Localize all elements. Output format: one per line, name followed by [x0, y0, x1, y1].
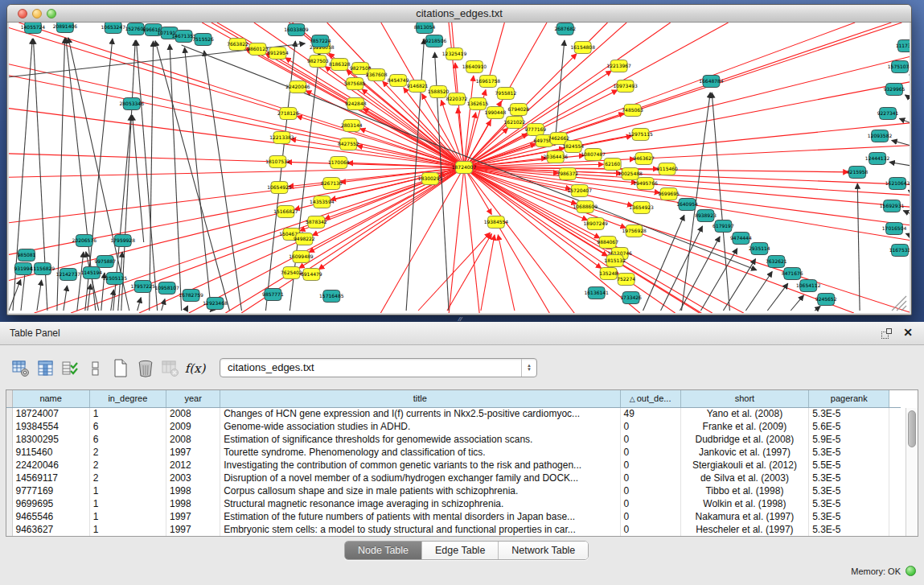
- table-cell[interactable]: 49: [620, 407, 680, 420]
- table-cell[interactable]: de Silva et al. (2003): [680, 472, 808, 484]
- table-cell[interactable]: 0: [620, 523, 680, 536]
- column-header-indegree[interactable]: in_degree: [89, 390, 166, 407]
- table-cell[interactable]: Tourette syndrome. Phenomenology and cla…: [220, 446, 620, 459]
- table-scrollbar[interactable]: [906, 408, 918, 536]
- column-header-pagerank[interactable]: pagerank: [809, 390, 889, 407]
- table-cell[interactable]: 6: [89, 420, 166, 433]
- table-cell[interactable]: Estimation of significance thresholds fo…: [220, 433, 620, 446]
- table-cell[interactable]: 2012: [166, 459, 220, 472]
- table-cell[interactable]: 1: [89, 497, 166, 510]
- close-window-button[interactable]: [18, 9, 27, 19]
- table-cell[interactable]: 0: [620, 420, 680, 433]
- network-view[interactable]: 1872400776638229860123891295425226058982…: [9, 23, 910, 313]
- table-cell[interactable]: 14569117: [12, 472, 89, 484]
- row-tools-button[interactable]: [84, 358, 106, 379]
- table-cell[interactable]: Corpus callosum shape and size in male p…: [220, 484, 620, 497]
- float-panel-icon[interactable]: [881, 328, 892, 339]
- table-row[interactable]: 946362711997Embryonic stem cells: a mode…: [6, 523, 901, 536]
- table-cell[interactable]: 22420046: [12, 459, 89, 472]
- table-cell[interactable]: Hescheler et al. (1997): [680, 523, 808, 536]
- table-cell[interactable]: 1: [89, 407, 166, 420]
- new-table-button[interactable]: [109, 358, 131, 379]
- table-cell[interactable]: Nakamura et al. (1997): [680, 510, 808, 523]
- column-header-outde[interactable]: △out_de...: [620, 390, 680, 407]
- table-row[interactable]: 1872400712008Changes of HCN gene express…: [6, 407, 901, 420]
- table-cell[interactable]: 9699695: [12, 497, 89, 510]
- table-cell[interactable]: 2008: [166, 433, 220, 446]
- tab-node-table[interactable]: Node Table: [345, 542, 422, 559]
- table-row[interactable]: 911546021997Tourette syndrome. Phenomeno…: [6, 446, 901, 459]
- function-builder-button[interactable]: f(x): [184, 358, 206, 379]
- table-cell[interactable]: 5.3E-5: [809, 523, 889, 536]
- close-panel-icon[interactable]: ✕: [903, 326, 913, 339]
- table-cell[interactable]: 1: [89, 484, 166, 497]
- window-resize-grip[interactable]: [892, 296, 906, 311]
- table-cell[interactable]: Franke et al. (2009): [680, 420, 808, 433]
- zoom-window-button[interactable]: [47, 9, 56, 19]
- table-cell[interactable]: 1998: [166, 484, 220, 497]
- table-row[interactable]: 946554611997Estimation of the future num…: [6, 510, 901, 523]
- table-cell[interactable]: 0: [620, 446, 680, 459]
- table-cell[interactable]: 9463627: [12, 523, 89, 536]
- tab-edge-table[interactable]: Edge Table: [422, 542, 499, 559]
- table-cell[interactable]: 5.3E-5: [809, 407, 889, 420]
- table-cell[interactable]: 1997: [166, 510, 220, 523]
- table-cell[interactable]: 2: [89, 459, 166, 472]
- panel-splitter-handle[interactable]: ⁄⁄: [455, 317, 466, 321]
- tab-network-table[interactable]: Network Table: [499, 542, 588, 559]
- table-cell[interactable]: 0: [620, 433, 680, 446]
- table-cell[interactable]: 2: [89, 472, 166, 484]
- table-cell[interactable]: 1997: [166, 446, 220, 459]
- table-row[interactable]: 977716911998Corpus callosum shape and si…: [6, 484, 901, 497]
- table-cell[interactable]: 9777169: [12, 484, 89, 497]
- table-cell[interactable]: 0: [620, 484, 680, 497]
- table-row[interactable]: 1456911722003Disruption of a novel membe…: [6, 472, 901, 484]
- table-cell[interactable]: Tibbo et al. (1998): [680, 484, 808, 497]
- table-cell[interactable]: 5.3E-5: [809, 497, 889, 510]
- table-cell[interactable]: 5.3E-5: [809, 472, 889, 484]
- table-cell[interactable]: 2009: [166, 420, 220, 433]
- table-cell[interactable]: 5.5E-5: [809, 459, 889, 472]
- column-header-name[interactable]: name: [12, 390, 89, 407]
- table-row[interactable]: 1938455462009Genome-wide association stu…: [6, 420, 901, 433]
- table-cell[interactable]: Wolkin et al. (1998): [680, 497, 808, 510]
- table-cell[interactable]: 5.3E-5: [809, 446, 889, 459]
- table-cell[interactable]: 1: [89, 510, 166, 523]
- table-cell[interactable]: 2: [89, 446, 166, 459]
- table-cell[interactable]: 18724007: [12, 407, 89, 420]
- show-columns-button[interactable]: [35, 358, 56, 379]
- table-cell[interactable]: Disruption of a novel member of a sodium…: [220, 472, 620, 484]
- table-row[interactable]: 1830029562008Estimation of significance …: [6, 433, 901, 446]
- table-row[interactable]: 2242004622012Investigating the contribut…: [6, 459, 901, 472]
- citation-network-graph[interactable]: 1872400776638229860123891295425226058982…: [9, 23, 910, 313]
- table-cell[interactable]: 0: [620, 497, 680, 510]
- table-cell[interactable]: Genome-wide association studies in ADHD.: [220, 420, 620, 433]
- table-cell[interactable]: 9115460: [12, 446, 89, 459]
- table-cell[interactable]: 5.9E-5: [809, 433, 889, 446]
- table-cell[interactable]: Jankovic et al. (1997): [680, 446, 808, 459]
- table-cell[interactable]: Changes of HCN gene expression and I(f) …: [220, 407, 620, 420]
- table-cell[interactable]: 0: [620, 510, 680, 523]
- table-cell[interactable]: 5.3E-5: [809, 484, 889, 497]
- table-cell[interactable]: 9465546: [12, 510, 89, 523]
- table-mode-button[interactable]: [10, 358, 31, 379]
- table-cell[interactable]: 0: [620, 459, 680, 472]
- table-row[interactable]: 969969511998Structural magnetic resonanc…: [6, 497, 901, 510]
- table-cell[interactable]: Stergiakouli et al. (2012): [680, 459, 808, 472]
- table-cell[interactable]: 0: [620, 472, 680, 484]
- table-cell[interactable]: Structural magnetic resonance image aver…: [220, 497, 620, 510]
- table-cell[interactable]: 1998: [166, 497, 220, 510]
- memory-status-icon[interactable]: [906, 566, 916, 576]
- table-cell[interactable]: 5.3E-5: [809, 510, 889, 523]
- table-cell[interactable]: 2008: [166, 407, 220, 420]
- network-window[interactable]: citations_edges.txt 18724007766382298601…: [6, 4, 912, 315]
- table-cell[interactable]: 1997: [166, 523, 220, 536]
- table-cell[interactable]: 19384554: [12, 420, 89, 433]
- table-cell[interactable]: Embryonic stem cells: a model to study s…: [220, 523, 620, 536]
- table-cell[interactable]: 1: [89, 523, 166, 536]
- table-cell[interactable]: 6: [89, 433, 166, 446]
- table-cell[interactable]: Estimation of the future numbers of pati…: [220, 510, 620, 523]
- table-cell[interactable]: Yano et al. (2008): [680, 407, 808, 420]
- table-cell[interactable]: Investigating the contribution of common…: [220, 459, 620, 472]
- minimize-window-button[interactable]: [32, 9, 42, 19]
